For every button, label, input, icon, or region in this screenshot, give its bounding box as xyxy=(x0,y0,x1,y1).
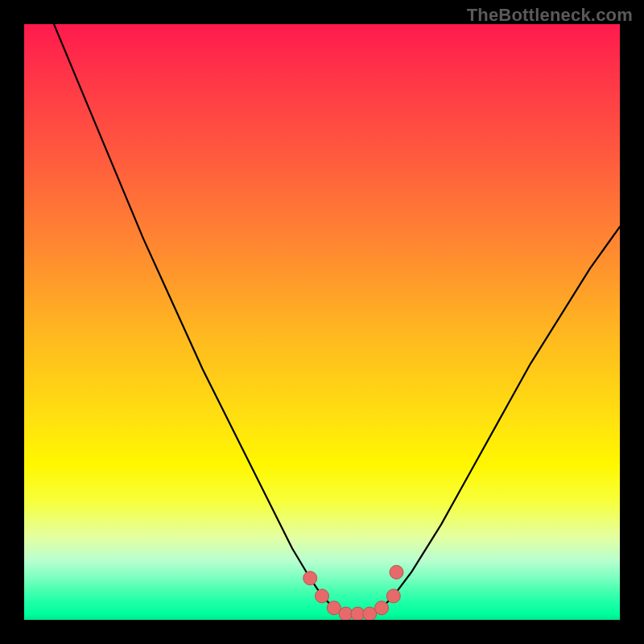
svg-point-0 xyxy=(303,572,317,585)
chart-frame: TheBottleneck.com xyxy=(0,0,644,644)
watermark-text: TheBottleneck.com xyxy=(467,5,633,26)
svg-point-8 xyxy=(390,565,403,579)
bottleneck-curve xyxy=(24,24,620,620)
plot-area xyxy=(24,24,620,620)
svg-point-1 xyxy=(316,589,329,603)
svg-point-7 xyxy=(386,589,400,603)
valley-markers xyxy=(303,565,403,620)
svg-point-6 xyxy=(375,601,389,615)
